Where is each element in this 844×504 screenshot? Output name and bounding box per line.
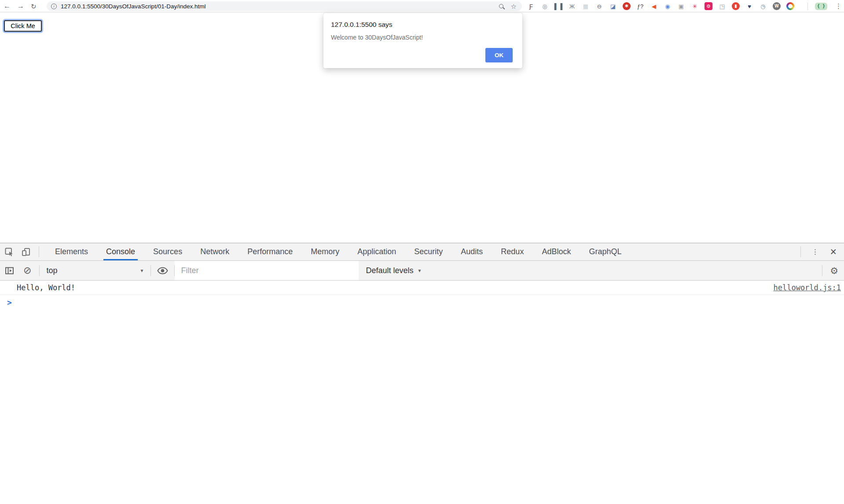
braces-badge-icon[interactable]: { } (815, 3, 827, 10)
tab-sources[interactable]: Sources (150, 243, 185, 260)
atom-icon[interactable]: ✳ (691, 2, 699, 10)
extensions-bar-end: { } (806, 0, 827, 12)
tab-audits[interactable]: Audits (458, 243, 485, 260)
tab-graphql[interactable]: GraphQL (586, 243, 624, 260)
back-icon[interactable]: ← (4, 3, 11, 10)
script-f-icon[interactable]: Ƒ (527, 2, 535, 10)
chevron-down-icon: ▼ (418, 268, 422, 273)
tab-security[interactable]: Security (411, 243, 445, 260)
chevron-down-icon: ▼ (140, 268, 144, 273)
tabbar-right-separator (800, 246, 801, 257)
clear-console-icon[interactable]: ⊘ (23, 266, 31, 275)
browser-toolbar: ← → ↻ i 127.0.0.1:5500/30DaysOfJavaScrip… (0, 0, 844, 12)
prompt-chevron-icon: > (7, 298, 12, 307)
live-expression-eye-icon[interactable] (157, 267, 168, 274)
log-levels-dropdown[interactable]: Default levels ▼ (366, 266, 422, 275)
console-sidebar-icon[interactable] (4, 266, 15, 276)
extension-faded-icon[interactable]: ▦ (582, 2, 590, 10)
zoom-magnifier-icon[interactable] (499, 4, 503, 8)
tab-console[interactable]: Console (103, 243, 138, 260)
tab-network[interactable]: Network (198, 243, 232, 260)
tab-application[interactable]: Application (355, 243, 399, 260)
tab-memory[interactable]: Memory (308, 243, 342, 260)
reload-icon[interactable]: ↻ (31, 3, 37, 10)
devtools-tabbar: ElementsConsoleSourcesNetworkPerformance… (0, 243, 844, 261)
w-circle-icon[interactable]: W (773, 2, 781, 10)
stop-hand-icon[interactable]: ✱ (623, 2, 631, 10)
tab-adblock[interactable]: AdBlock (539, 243, 573, 260)
megaphone-icon[interactable]: ◀ (650, 2, 658, 10)
heart-search-icon[interactable]: ♥ (745, 2, 753, 10)
console-settings-gear-icon[interactable]: ⚙ (830, 266, 838, 275)
devtools-close-icon[interactable]: × (830, 246, 837, 257)
console-prompt[interactable]: > (0, 295, 844, 309)
forward-icon[interactable]: → (17, 3, 24, 10)
alert-dialog: 127.0.0.1:5500 says Welcome to 30DaysOfJ… (323, 13, 522, 68)
console-message-text: Hello, World! (17, 283, 75, 292)
context-label: top (46, 266, 57, 275)
address-bar[interactable]: i 127.0.0.1:5500/30DaysOfJavaScript/01-D… (47, 1, 522, 11)
steps-icon[interactable]: ◳ (718, 2, 726, 10)
clock-icon[interactable]: ◷ (759, 2, 767, 10)
tab-performance[interactable]: Performance (245, 243, 295, 260)
browser-menu-icon[interactable]: ⋮ (835, 0, 842, 12)
extensions-bar: Ƒ◎▌▐Ж▦⊖◪✱ƒ?◀◉▣✳⚙◳▮♥◷W (527, 0, 794, 12)
target-icon[interactable]: ◎ (541, 2, 549, 10)
fn-question-icon[interactable]: ƒ? (636, 2, 644, 10)
bug-icon[interactable]: Ж (568, 2, 576, 10)
swirl-icon[interactable]: ◉ (664, 2, 672, 10)
devtools-panel: ElementsConsoleSourcesNetworkPerformance… (0, 243, 844, 504)
console-message-row: Hello, World! helloworld.js:1 (0, 281, 844, 295)
camera-icon[interactable]: ▣ (677, 2, 685, 10)
bookmark-star-icon[interactable]: ☆ (511, 3, 517, 10)
url-text[interactable]: 127.0.0.1:5500/30DaysOfJavaScript/01-Day… (61, 3, 205, 10)
bookmark-circle-icon[interactable]: ▮ (732, 2, 740, 10)
gear-square-icon[interactable]: ⚙ (705, 2, 712, 10)
device-toolbar-icon[interactable] (21, 247, 31, 257)
toolbar-separator-2 (150, 265, 151, 276)
rainbow-circle-icon[interactable] (786, 2, 794, 10)
log-levels-label: Default levels (366, 266, 413, 275)
tabbar-separator (39, 246, 39, 257)
toolbar-separator-4 (822, 265, 822, 276)
alert-message: Welcome to 30DaysOfJavaScript! (331, 34, 423, 41)
filter-input[interactable] (175, 261, 359, 280)
devtools-tabs: ElementsConsoleSourcesNetworkPerformance… (52, 243, 624, 260)
console-source-link[interactable]: helloworld.js:1 (773, 283, 841, 292)
site-info-icon[interactable]: i (51, 4, 57, 9)
nav-buttons: ← → ↻ (4, 0, 37, 12)
circled-dash-icon[interactable]: ⊖ (595, 2, 603, 10)
alert-title: 127.0.0.1:5500 says (331, 21, 393, 29)
inspect-element-icon[interactable] (4, 247, 14, 257)
click-me-button[interactable]: Click Me (4, 20, 42, 32)
context-dropdown[interactable]: top ▼ (40, 261, 150, 280)
ok-button[interactable]: OK (485, 48, 513, 62)
tab-elements[interactable]: Elements (52, 243, 91, 260)
tab-redux[interactable]: Redux (498, 243, 526, 260)
devtools-menu-icon[interactable]: ⋮ (811, 248, 818, 256)
console-toolbar: ⊘ top ▼ Default levels ▼ ⚙ (0, 261, 844, 281)
extensions-separator (807, 3, 808, 10)
eyedropper-icon[interactable]: ◪ (609, 2, 617, 10)
columns-icon[interactable]: ▌▐ (554, 2, 562, 10)
